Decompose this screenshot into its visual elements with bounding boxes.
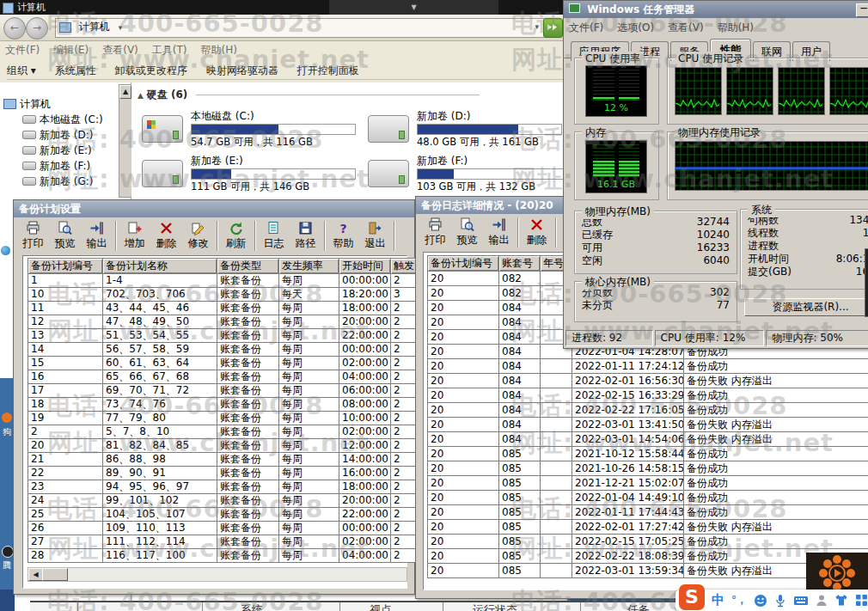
microphone[interactable] [774,594,786,608]
输出-button[interactable]: 输出 [81,221,113,251]
menu-item[interactable]: 帮助(H) [201,44,237,56]
table-row[interactable]: 1873、74、76账套备份每周08:00:002 [28,398,425,412]
table-row[interactable]: 200842022-01-11 17:24:12备份成功 [428,359,868,374]
table-row[interactable]: 2499、101、102账套备份每周20:00:002 [28,494,425,508]
table-row[interactable]: 200852022-01-11 17:44:43备份成功 [428,505,868,520]
apps-grid[interactable] [855,594,868,607]
scroll-thumb[interactable] [42,568,68,581]
table-row[interactable]: 28116、117、100账套备份每周04:00:002 [28,549,425,563]
table-row[interactable]: 200852021-12-21 15:02:07备份成功 [428,476,868,491]
打印-button[interactable]: 打印 [419,217,451,247]
增加-button[interactable]: 增加 [119,221,150,251]
column-header[interactable]: 备份计划编号 [428,256,499,272]
删除-button[interactable]: 删除 [150,221,182,251]
scroll-left-icon[interactable]: ◀ [28,568,43,581]
column-header[interactable]: 备份类型 [217,259,279,274]
table-row[interactable]: 2186、88、98账套备份每周14:00:002 [28,453,425,467]
qq-desktop-icon[interactable] [2,546,14,558]
keyboard[interactable] [793,595,809,607]
address-bar[interactable]: 计算机 ▾ ▾ [55,18,545,38]
table-row[interactable]: 1769、70、71、72账套备份每周06:00:002 [28,384,425,398]
commandbar-item[interactable]: 组织 ▾ [7,64,36,76]
tree-item-drive[interactable]: 本地磁盘 (C:) [3,112,119,127]
table-row[interactable]: 200852021-10-26 14:58:15备份成功 [428,461,868,476]
table-row[interactable]: 200842022-03-01 13:41:50备份失败 内存溢出 [428,418,868,432]
退出-button[interactable]: 退出 [359,221,391,251]
table-row[interactable]: 1351、53、54、55账套备份每周22:00:002 [28,329,425,343]
drive-icon-large[interactable] [368,115,409,143]
commandbar-item[interactable]: 卸载或更改程序 [115,64,187,76]
column-header[interactable]: 发生频率 [279,259,339,274]
minimize-button[interactable]: ─ [856,3,868,17]
日志-button[interactable]: 日志 [258,221,290,251]
refresh-go-button[interactable] [543,18,563,38]
back-button[interactable]: ← [3,17,26,40]
table-row[interactable]: 200852022-03-01 13:59:34备份失败 内存溢出 [428,564,868,578]
explorer-titlebar[interactable]: 计算机 ▼ [0,0,567,15]
drive-icon-large[interactable] [368,160,409,187]
punctuation[interactable]: °， [731,593,747,608]
刷新-button[interactable]: 刷新 [220,221,252,251]
tree-item-drive[interactable]: 新加卷 (D:) [3,127,119,143]
rdp-pin-bar[interactable]: ▼ [329,0,498,15]
预览-button[interactable]: 预览 [451,217,483,247]
forward-button[interactable]: → [26,17,48,40]
commandbar-item[interactable]: 打开控制面板 [297,64,359,76]
menu-item[interactable]: 编辑(E) [53,44,89,56]
plan-hscrollbar[interactable]: ◀ [28,567,407,582]
table-row[interactable]: 200842022-02-22 17:16:05备份成功 [428,403,868,418]
帮助-button[interactable]: ?帮助 [327,221,359,251]
tree-root-computer[interactable]: 计算机 [3,96,119,112]
table-row[interactable]: 27111、112、114账套备份每周02:00:002 [28,535,425,549]
table-row[interactable]: 200852021-10-12 15:58:44备份成功 [428,447,868,461]
table-row[interactable]: 1665、66、67、68账套备份每周04:00:002 [28,370,425,384]
table-row[interactable]: 2081、82、84、85账套备份每周12:00:002 [28,439,425,453]
table-row[interactable]: 2394、95、96、97账套备份每周18:00:002 [28,480,425,494]
person[interactable] [816,594,828,607]
column-header[interactable]: 开始时间 [339,259,391,274]
修改-button[interactable]: 修改 [182,221,214,251]
drive-icon-large[interactable] [142,160,183,187]
table-row[interactable]: 200852022-02-15 17:05:25备份成功 [428,535,868,549]
table-row[interactable]: 1247、48、49、50账套备份每周20:00:002 [28,315,425,329]
tree-scrollbar[interactable]: ▲ [119,84,132,198]
skin[interactable] [834,594,848,607]
commandbar-item[interactable]: 系统属性 [55,64,96,76]
menu-item[interactable]: 文件(F) [569,21,603,34]
table-row[interactable]: 10702、703、706账套备份每天18:20:003 [28,288,425,302]
commandbar-item[interactable]: 映射网络驱动器 [206,64,278,76]
column-header[interactable]: 备份计划名称 [103,259,217,274]
menu-item[interactable]: 帮助(H) [718,21,754,34]
table-row[interactable]: 200842022-02-01 16:56:30备份失败 内存溢出 [428,374,868,388]
路径-button[interactable]: 路径 [290,221,321,251]
emoji[interactable] [754,594,767,608]
table-row[interactable]: 1143、44、45、46账套备份每周18:00:002 [28,302,425,315]
table-row[interactable]: 200852022-02-01 17:27:42备份失败 内存溢出 [428,520,868,535]
tree-item-drive[interactable]: 新加卷 (F:) [3,158,119,174]
chinese-mode[interactable]: 中 [712,592,724,608]
table-row[interactable]: 1560、61、63、64账套备份每周02:00:002 [28,357,425,370]
table-row[interactable]: 200852022-02-22 18:08:39备份成功 [428,549,868,564]
menu-item[interactable]: 查看(V) [668,21,704,34]
tree-item-drive[interactable]: 新加卷 (G:) [3,174,119,189]
table-row[interactable]: 200852022-01-04 14:49:10备份成功 [428,491,868,505]
table-row[interactable]: 200842022-02-15 16:33:29备份成功 [428,388,868,403]
打印-button[interactable]: 打印 [17,221,49,251]
sogou-logo[interactable]: S [679,588,705,611]
chevron-down-icon[interactable]: ▾ [119,23,123,32]
column-header[interactable]: 账套号 [499,256,541,272]
table-row[interactable]: 25、7、8、10账套备份每周02:00:002 [28,425,425,439]
tree-item-drive[interactable]: 新加卷 (E:) [3,143,119,158]
输出-button[interactable]: 输出 [483,217,515,247]
menu-item[interactable]: 查看(V) [102,44,138,56]
table-row[interactable]: 1456、57、58、59账套备份每周00:00:002 [28,343,425,357]
sogou-desktop-icon[interactable] [2,412,12,423]
menu-item[interactable]: 文件(F) [5,44,40,56]
menu-item[interactable]: 选项(O) [617,21,654,34]
table-row[interactable]: 11-4账套备份每周00:00:002 [28,274,425,288]
backup-plan-titlebar[interactable]: 备份计划设置 [14,200,414,217]
chevron-down-icon[interactable]: ▾ [535,19,539,35]
table-row[interactable]: 25104、105、107账套备份每周22:00:002 [28,508,425,522]
resource-monitor-button[interactable]: 资源监视器(R)... [744,298,868,316]
task-manager-titlebar[interactable]: Windows 任务管理器 ─ [564,1,868,18]
